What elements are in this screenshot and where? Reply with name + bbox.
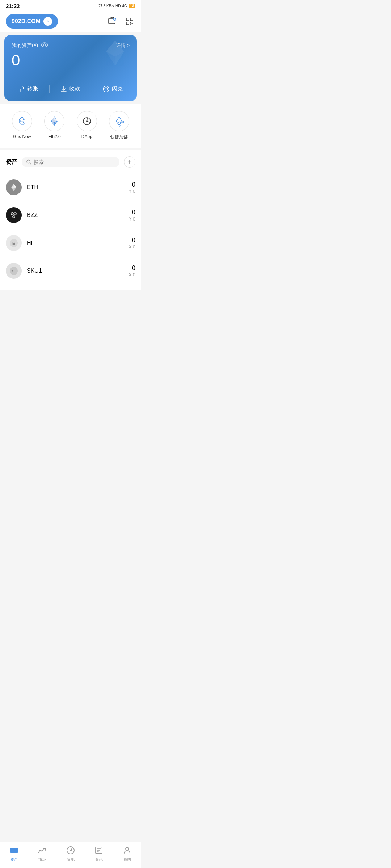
- bzz-balance: 0 ¥ 0: [129, 209, 135, 222]
- hd-badge: HD: [115, 4, 121, 8]
- bzz-icon: [6, 207, 22, 223]
- quick-item-eth2[interactable]: Eth2.0: [44, 111, 64, 140]
- transfer-label: 转账: [27, 85, 38, 92]
- token-item-eth[interactable]: ETH 0 ¥ 0: [6, 174, 135, 201]
- exchange-button[interactable]: 闪兑: [100, 84, 126, 94]
- search-bar[interactable]: [22, 157, 119, 167]
- action-divider-1: [49, 85, 50, 93]
- hi-symbol: HI: [27, 240, 129, 246]
- svg-point-6: [43, 44, 46, 46]
- status-bar: 21:22 27.8 KB/s HD 4G 18: [0, 0, 141, 10]
- scan-button[interactable]: [124, 16, 135, 27]
- battery-icon: 18: [129, 4, 135, 8]
- asset-label-row: 我的资产(¥): [12, 42, 48, 49]
- brand-button[interactable]: 902D.COM ›: [6, 14, 58, 29]
- token-item-bzz[interactable]: BZZ 0 ¥ 0: [6, 201, 135, 229]
- svg-text:S: S: [11, 269, 13, 273]
- quick-item-quick-chain[interactable]: EVM 快捷加链: [109, 111, 129, 140]
- eth-amount: 0: [129, 181, 135, 188]
- svg-point-35: [13, 216, 15, 218]
- quick-chain-label: 快捷加链: [110, 134, 128, 140]
- svg-text:EVM: EVM: [118, 120, 124, 123]
- token-item-sku1[interactable]: S SKU1 0 ¥ 0: [6, 257, 135, 285]
- assets-title: 资产: [6, 158, 17, 166]
- status-icons: 27.8 KB/s HD 4G 18: [98, 4, 135, 8]
- add-asset-button[interactable]: +: [124, 156, 135, 168]
- transfer-button[interactable]: 转账: [16, 84, 41, 94]
- eth2-label: Eth2.0: [48, 134, 61, 139]
- sku1-cny: ¥ 0: [129, 272, 135, 277]
- assets-section: 资产 + ETH: [0, 150, 141, 290]
- status-time: 21:22: [6, 3, 20, 9]
- bzz-symbol: BZZ: [27, 212, 129, 218]
- app-header: 902D.COM ›: [0, 10, 141, 32]
- svg-point-10: [103, 86, 109, 92]
- signal-indicator: 4G: [122, 4, 127, 8]
- search-icon: [26, 159, 31, 165]
- svg-point-33: [12, 213, 13, 215]
- svg-rect-3: [130, 18, 133, 21]
- gas-now-icon-circle: [12, 111, 32, 131]
- eth-symbol: ETH: [27, 184, 129, 191]
- receive-button[interactable]: 收款: [58, 84, 83, 94]
- eth2-icon-circle: [44, 111, 64, 131]
- quick-chain-icon-circle: EVM: [109, 111, 129, 131]
- quick-item-gas-now[interactable]: Gas Now: [12, 111, 32, 140]
- eth-cny: ¥ 0: [129, 188, 135, 194]
- eye-icon[interactable]: [41, 42, 48, 49]
- hi-icon: hi: [6, 235, 22, 251]
- bzz-amount: 0: [129, 209, 135, 216]
- search-input[interactable]: [34, 159, 115, 165]
- hi-balance: 0 ¥ 0: [129, 237, 135, 250]
- action-row: 转账 收款 闪兑: [12, 78, 130, 94]
- eth-icon: [6, 179, 22, 195]
- quick-access-row: Gas Now Eth2.0 DApp: [0, 104, 141, 148]
- dapp-label: DApp: [81, 134, 92, 139]
- bzz-cny: ¥ 0: [129, 216, 135, 222]
- receive-label: 收款: [69, 85, 80, 92]
- add-wallet-button[interactable]: [106, 16, 118, 27]
- eth-balance: 0 ¥ 0: [129, 181, 135, 194]
- svg-point-34: [14, 213, 16, 215]
- token-list: ETH 0 ¥ 0 BZZ 0 ¥ 0: [6, 174, 135, 285]
- exchange-label: 闪兑: [112, 85, 123, 92]
- sku1-balance: 0 ¥ 0: [129, 264, 135, 277]
- action-divider-2: [91, 85, 91, 93]
- svg-rect-2: [126, 18, 129, 21]
- sku1-symbol: SKU1: [27, 268, 129, 274]
- brand-arrow-icon: ›: [43, 17, 52, 26]
- dapp-icon-circle: [77, 111, 97, 131]
- sku1-icon: S: [6, 263, 22, 279]
- gas-now-label: Gas Now: [13, 134, 31, 139]
- svg-point-5: [41, 43, 48, 47]
- speed-indicator: 27.8 KB/s: [98, 4, 114, 8]
- asset-label-text: 我的资产(¥): [12, 42, 38, 49]
- sku1-amount: 0: [129, 264, 135, 272]
- hi-cny: ¥ 0: [129, 244, 135, 250]
- quick-item-dapp[interactable]: DApp: [77, 111, 97, 140]
- eth-watermark-icon: [101, 39, 130, 69]
- header-icons: [106, 16, 135, 27]
- brand-label: 902D.COM: [12, 18, 41, 25]
- assets-header: 资产 +: [6, 156, 135, 168]
- asset-card: 我的资产(¥) 详情 > 0 转账: [4, 35, 137, 101]
- token-item-hi[interactable]: hi HI 0 ¥ 0: [6, 229, 135, 257]
- svg-rect-4: [126, 22, 129, 25]
- hi-amount: 0: [129, 237, 135, 244]
- svg-text:hi: hi: [12, 241, 15, 246]
